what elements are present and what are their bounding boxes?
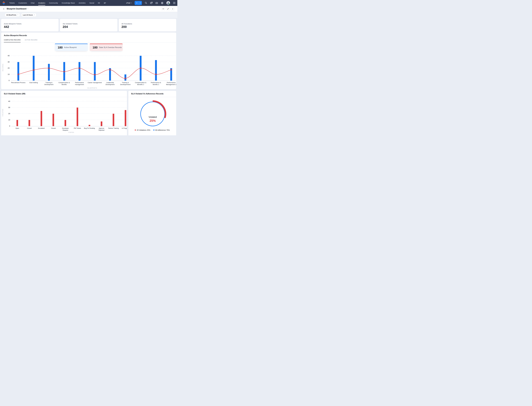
line-marker-compensation-benifits [64,71,65,72]
records-chart-plot [11,55,176,80]
category-label-goal-setting: Goal Setting [26,82,41,84]
stat-card-all-transitions: All Transitions200 [119,19,176,31]
sla-chart-plot [11,99,127,126]
x-axis-label: BLUEPRINTS [88,87,97,89]
y-axis-label: VIOLATED [2,109,3,116]
ytick-0: 0 [5,125,10,127]
category-label-pm-tickets: PM Tickets [72,127,83,129]
legend-dot [154,130,154,131]
blueprint-filter-label: All BluePrints [6,14,16,16]
legend-dot [135,130,136,131]
gamescope-icon[interactable] [155,2,158,4]
stat-card-value: 200 [121,25,176,29]
sla-overdue-count: 180 [93,46,98,49]
top-navigation-bar: TicketsCustomersChatAnalyticsCommunityKn… [0,0,177,6]
records-tabs: COMPLETED RECORD ACTIVE RECORD [4,39,37,42]
category-label-career-management: Career management [87,82,102,84]
apps-grid-icon[interactable] [173,2,175,4]
divider [1,97,127,97]
stat-card-label: Sla Violated Tickets [63,23,117,25]
line-marker-performance-benifits-2 [155,73,156,75]
sla-overdue-chip-label: State SLA Overdue Records [99,46,122,49]
nav-item-customers[interactable]: Customers [19,0,27,6]
stat-card-label: All Transitions [121,23,176,25]
violated-bar-escalated [41,111,42,126]
workspace-label: zPad [126,2,130,4]
category-label-approve-rejected: Approve Rejected [96,127,107,131]
active-blueprint-chip-label: Active Blueprint [64,46,77,49]
line-marker-compensation-benefits-2 [140,67,141,69]
stat-cards-row: Active Blueprint Tickets442Sla Violated … [1,19,176,31]
legend-item-20-violations-25: 20 Violations 25% [135,129,150,131]
violated-bar-closed [53,114,54,126]
panel-title: Active Blueprint Records [4,34,27,37]
nav-item-community[interactable]: Community [49,0,58,6]
chevron-down-icon [140,3,141,3]
stat-card-value: 204 [63,25,117,29]
line-marker-goal-setting [33,69,34,71]
time-range-filter-dropdown[interactable]: Last 24 Hours [21,13,36,17]
tab-active-record[interactable]: ACTIVE RECORD [25,39,37,42]
donut-value: 25% [141,119,164,123]
records-trend-line [11,55,176,80]
donut-legend: 20 Violations 25%60 Adherence 75% [128,129,176,131]
ytick-10: 10 [4,73,10,75]
plus-icon: + [135,1,139,5]
nav-item-chat[interactable]: Chat [31,0,35,6]
category-label-performance-benifits-2: Performance & Benifits 2 [148,82,163,86]
search-icon[interactable] [145,2,147,4]
nav-item-analytics[interactable]: Analytics [38,0,45,6]
tab-completed-record[interactable]: COMPLETED RECORD [4,39,21,42]
violated-bar-approve-rejected [101,122,102,126]
gridline-40 [11,101,127,102]
nav-item-im[interactable]: IM [98,0,100,6]
line-marker-training-developmment [125,78,126,79]
violated-bar-partner-training [113,114,114,126]
settings-gear-icon[interactable] [161,2,163,4]
category-label-leadership-development: Leadership Development [103,82,118,86]
nav-item-social[interactable]: Social [89,0,94,6]
active-blueprint-chip: 180 Active Blueprint [55,44,88,51]
nav-item-tickets[interactable]: Tickets [9,0,15,6]
add-button[interactable]: + [135,1,142,5]
panel-title: SLA Violated States (89) [4,93,25,95]
dashboard-header: Blueprint Dashboard i [0,6,177,12]
workspace-selector[interactable]: zPad [126,2,132,4]
legend-label: 20 Violations 25% [137,129,150,131]
ytick-20: 20 [4,67,10,69]
category-label-training-developmment: Training & Developmment [118,82,133,86]
category-label-bug-fix-pending: Bug Fix Pending [84,127,95,129]
nav-item-activities[interactable]: Activities [79,0,86,6]
more-options-button[interactable] [161,7,165,11]
summary-chip-row: 180 Active Blueprint 180 State SLA Overd… [1,44,176,51]
violated-bar-open [16,120,18,126]
nav-divider [7,1,7,5]
donut-chart [128,97,176,129]
blueprint-filter-dropdown[interactable]: All BluePrints [5,13,20,17]
ytick-30: 30 [4,61,10,63]
brand-logo-icon[interactable] [2,1,6,5]
legend-item-60-adherence-75: 60 Adherence 75% [154,129,170,131]
feeds-icon[interactable] [150,2,153,4]
y-axis-label: RECORDS [2,64,4,71]
gridline-30 [11,107,127,108]
sla-overdue-chip: 180 State SLA Overdue Records [90,44,123,51]
back-button[interactable] [3,8,5,10]
chevron-down-icon [34,15,35,15]
category-label-partner-training: Partner Training [108,127,119,129]
title-chevron-down-icon[interactable] [27,8,28,9]
stat-card-sla-violated-tickets: Sla Violated Tickets204 [60,19,117,31]
nav-item-knowledge-base[interactable]: Knowledge Base [62,0,75,6]
collapse-button[interactable] [166,7,170,11]
line-marker-training-development [49,67,49,69]
category-label-closed: Closed [24,127,35,129]
user-avatar[interactable] [166,1,170,5]
violated-bar-pm-tickets [77,108,78,126]
donut-label: Violated [141,116,164,118]
info-button[interactable]: i [171,7,175,11]
more-menu-icon[interactable] [104,0,106,6]
category-label-escalated: Escalated [36,127,47,129]
page-title: Blueprint Dashboard [7,8,26,10]
category-label-performance-management-2: Performance Management 2 [164,82,176,86]
line-marker-leadership-development [110,69,111,71]
